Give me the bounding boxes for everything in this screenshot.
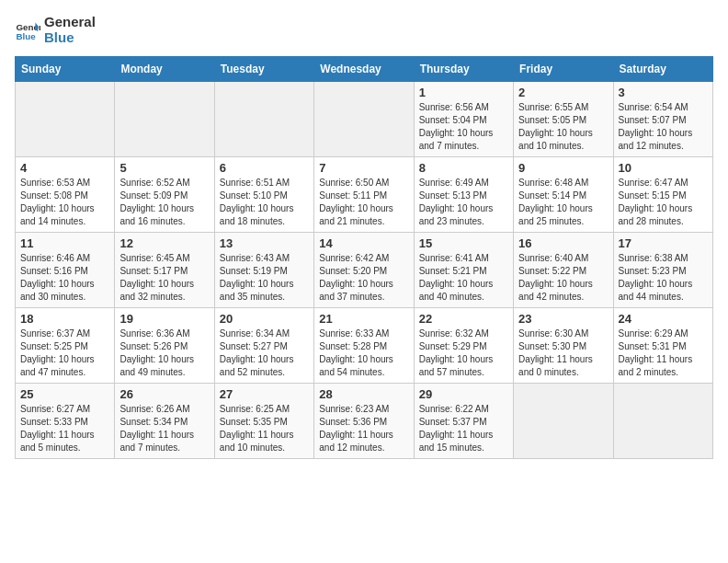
sunrise-info: Sunrise: 6:50 AM	[319, 177, 408, 190]
sunset-info: Sunset: 5:31 PM	[619, 340, 708, 353]
daylight-info: Daylight: 10 hours and 47 minutes.	[20, 353, 109, 379]
sunrise-info: Sunrise: 6:42 AM	[319, 252, 408, 265]
page-header: General Blue General Blue	[15, 15, 713, 45]
daylight-info: Daylight: 10 hours and 25 minutes.	[518, 202, 608, 228]
sunset-info: Sunset: 5:26 PM	[119, 340, 209, 353]
sunset-info: Sunset: 5:28 PM	[319, 340, 408, 353]
day-info: Sunrise: 6:52 AM Sunset: 5:09 PM Dayligh…	[119, 177, 209, 228]
svg-text:Blue: Blue	[16, 30, 36, 40]
sunrise-info: Sunrise: 6:26 AM	[119, 403, 209, 416]
sunrise-info: Sunrise: 6:56 AM	[419, 101, 508, 114]
day-info: Sunrise: 6:29 AM Sunset: 5:31 PM Dayligh…	[619, 327, 708, 379]
day-info: Sunrise: 6:56 AM Sunset: 5:04 PM Dayligh…	[419, 101, 508, 153]
day-number: 17	[619, 236, 708, 250]
sunset-info: Sunset: 5:22 PM	[518, 265, 608, 278]
day-number: 29	[419, 387, 508, 401]
day-cell: 5 Sunrise: 6:52 AM Sunset: 5:09 PM Dayli…	[115, 157, 214, 233]
day-cell: 2 Sunrise: 6:55 AM Sunset: 5:05 PM Dayli…	[514, 82, 613, 157]
sunset-info: Sunset: 5:16 PM	[20, 265, 109, 278]
column-header-thursday: Thursday	[414, 57, 513, 82]
column-header-monday: Monday	[115, 57, 214, 82]
sunrise-info: Sunrise: 6:52 AM	[119, 177, 209, 190]
day-cell	[514, 384, 613, 459]
day-info: Sunrise: 6:41 AM Sunset: 5:21 PM Dayligh…	[419, 252, 508, 304]
day-number: 1	[419, 86, 508, 99]
daylight-info: Daylight: 11 hours and 15 minutes.	[419, 429, 508, 454]
day-number: 13	[220, 236, 309, 250]
daylight-info: Daylight: 10 hours and 40 minutes.	[419, 278, 508, 304]
day-cell: 19 Sunrise: 6:36 AM Sunset: 5:26 PM Dayl…	[115, 308, 214, 384]
daylight-info: Daylight: 10 hours and 42 minutes.	[518, 278, 608, 304]
daylight-info: Daylight: 10 hours and 49 minutes.	[119, 353, 209, 379]
daylight-info: Daylight: 11 hours and 12 minutes.	[319, 429, 408, 454]
day-cell: 25 Sunrise: 6:27 AM Sunset: 5:33 PM Dayl…	[16, 384, 115, 459]
daylight-info: Daylight: 10 hours and 52 minutes.	[220, 353, 309, 379]
day-info: Sunrise: 6:32 AM Sunset: 5:29 PM Dayligh…	[419, 327, 508, 379]
sunset-info: Sunset: 5:07 PM	[619, 114, 708, 127]
day-number: 19	[119, 312, 209, 326]
day-cell: 21 Sunrise: 6:33 AM Sunset: 5:28 PM Dayl…	[314, 308, 414, 384]
daylight-info: Daylight: 10 hours and 44 minutes.	[619, 278, 708, 304]
day-cell: 17 Sunrise: 6:38 AM Sunset: 5:23 PM Dayl…	[613, 233, 712, 308]
sunrise-info: Sunrise: 6:23 AM	[319, 403, 408, 416]
daylight-info: Daylight: 10 hours and 12 minutes.	[619, 127, 708, 153]
logo-blue: Blue	[44, 30, 96, 46]
day-info: Sunrise: 6:23 AM Sunset: 5:36 PM Dayligh…	[319, 403, 408, 454]
day-number: 7	[319, 161, 408, 175]
calendar-table: SundayMondayTuesdayWednesdayThursdayFrid…	[15, 56, 713, 459]
day-cell: 24 Sunrise: 6:29 AM Sunset: 5:31 PM Dayl…	[613, 308, 712, 384]
day-cell: 8 Sunrise: 6:49 AM Sunset: 5:13 PM Dayli…	[414, 157, 513, 233]
daylight-info: Daylight: 11 hours and 10 minutes.	[220, 429, 309, 454]
sunset-info: Sunset: 5:33 PM	[20, 416, 109, 429]
day-number: 26	[119, 387, 209, 401]
day-cell: 29 Sunrise: 6:22 AM Sunset: 5:37 PM Dayl…	[414, 384, 513, 459]
day-info: Sunrise: 6:53 AM Sunset: 5:08 PM Dayligh…	[20, 177, 109, 228]
sunset-info: Sunset: 5:29 PM	[419, 340, 508, 353]
sunrise-info: Sunrise: 6:38 AM	[619, 252, 708, 265]
daylight-info: Daylight: 10 hours and 14 minutes.	[20, 202, 109, 228]
sunset-info: Sunset: 5:37 PM	[419, 416, 508, 429]
day-info: Sunrise: 6:51 AM Sunset: 5:10 PM Dayligh…	[220, 177, 309, 228]
sunset-info: Sunset: 5:11 PM	[319, 190, 408, 202]
day-cell: 10 Sunrise: 6:47 AM Sunset: 5:15 PM Dayl…	[613, 157, 712, 233]
calendar-header: SundayMondayTuesdayWednesdayThursdayFrid…	[16, 57, 713, 82]
day-info: Sunrise: 6:42 AM Sunset: 5:20 PM Dayligh…	[319, 252, 408, 304]
day-cell: 13 Sunrise: 6:43 AM Sunset: 5:19 PM Dayl…	[214, 233, 313, 308]
sunrise-info: Sunrise: 6:25 AM	[220, 403, 309, 416]
day-info: Sunrise: 6:45 AM Sunset: 5:17 PM Dayligh…	[119, 252, 209, 304]
day-number: 25	[20, 387, 109, 401]
sunset-info: Sunset: 5:27 PM	[220, 340, 309, 353]
day-number: 15	[419, 236, 508, 250]
day-cell: 1 Sunrise: 6:56 AM Sunset: 5:04 PM Dayli…	[414, 82, 513, 157]
logo-icon: General Blue	[15, 17, 40, 43]
sunset-info: Sunset: 5:05 PM	[518, 114, 608, 127]
sunrise-info: Sunrise: 6:36 AM	[119, 327, 209, 340]
day-info: Sunrise: 6:54 AM Sunset: 5:07 PM Dayligh…	[619, 101, 708, 153]
day-info: Sunrise: 6:49 AM Sunset: 5:13 PM Dayligh…	[419, 177, 508, 228]
day-info: Sunrise: 6:33 AM Sunset: 5:28 PM Dayligh…	[319, 327, 408, 379]
week-row-4: 18 Sunrise: 6:37 AM Sunset: 5:25 PM Dayl…	[16, 308, 713, 384]
sunset-info: Sunset: 5:04 PM	[419, 114, 508, 127]
day-number: 6	[220, 161, 309, 175]
day-info: Sunrise: 6:22 AM Sunset: 5:37 PM Dayligh…	[419, 403, 508, 454]
calendar-body: 1 Sunrise: 6:56 AM Sunset: 5:04 PM Dayli…	[16, 82, 713, 459]
sunset-info: Sunset: 5:20 PM	[319, 265, 408, 278]
sunrise-info: Sunrise: 6:45 AM	[119, 252, 209, 265]
sunrise-info: Sunrise: 6:51 AM	[220, 177, 309, 190]
day-info: Sunrise: 6:47 AM Sunset: 5:15 PM Dayligh…	[619, 177, 708, 228]
day-cell: 23 Sunrise: 6:30 AM Sunset: 5:30 PM Dayl…	[514, 308, 613, 384]
day-cell	[214, 82, 313, 157]
sunset-info: Sunset: 5:14 PM	[518, 190, 608, 202]
column-header-saturday: Saturday	[613, 57, 712, 82]
daylight-info: Daylight: 10 hours and 7 minutes.	[419, 127, 508, 153]
daylight-info: Daylight: 10 hours and 21 minutes.	[319, 202, 408, 228]
day-number: 10	[619, 161, 708, 175]
day-cell: 20 Sunrise: 6:34 AM Sunset: 5:27 PM Dayl…	[214, 308, 313, 384]
day-info: Sunrise: 6:50 AM Sunset: 5:11 PM Dayligh…	[319, 177, 408, 228]
sunrise-info: Sunrise: 6:40 AM	[518, 252, 608, 265]
day-number: 12	[119, 236, 209, 250]
day-number: 21	[319, 312, 408, 326]
day-cell: 11 Sunrise: 6:46 AM Sunset: 5:16 PM Dayl…	[16, 233, 115, 308]
daylight-info: Daylight: 10 hours and 28 minutes.	[619, 202, 708, 228]
column-header-tuesday: Tuesday	[214, 57, 313, 82]
